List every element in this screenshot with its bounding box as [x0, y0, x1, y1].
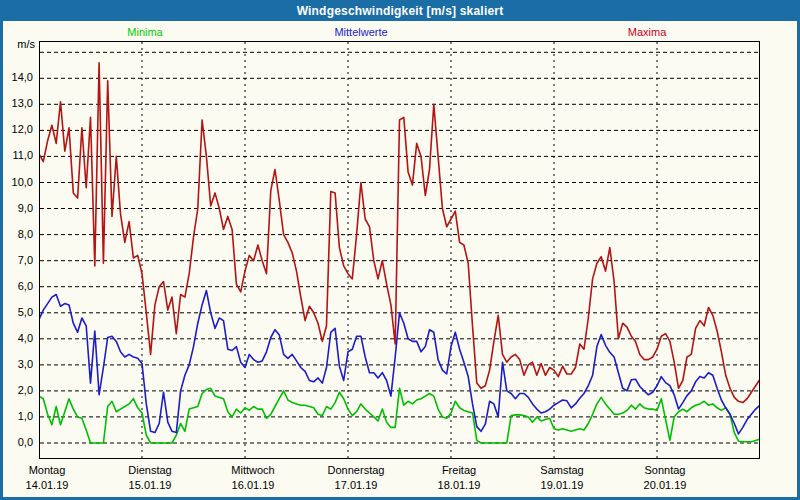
mittelwerte-line: [39, 291, 760, 434]
x-axis-day-label: Freitag: [442, 464, 476, 476]
x-axis-day-label: Sonntag: [645, 464, 686, 476]
y-axis-tick-label: 12,0: [2, 123, 33, 136]
x-axis-date-label: 20.01.19: [644, 479, 687, 491]
maxima-line: [39, 63, 760, 403]
legend-mittelwerte-label: Mittelwerte: [334, 26, 387, 38]
x-axis-date-label: 15.01.19: [129, 479, 172, 491]
y-axis-tick-label: 2,0: [2, 384, 33, 397]
plot-area: [39, 41, 760, 459]
legend-maxima-label: Maxima: [628, 26, 667, 38]
titlebar: Windgeschwindigkeit [m/s] skaliert: [0, 0, 800, 21]
chart-window: Windgeschwindigkeit [m/s] skaliert Minim…: [0, 0, 800, 500]
x-axis-date-label: 16.01.19: [232, 479, 275, 491]
x-axis-date-label: 17.01.19: [335, 479, 378, 491]
y-axis-unit-label: m/s: [2, 38, 35, 50]
y-axis-tick-label: 8,0: [2, 228, 33, 241]
x-axis-date-label: 14.01.19: [26, 479, 69, 491]
y-axis-tick-label: 11,0: [2, 149, 33, 162]
y-axis-tick-label: 10,0: [2, 176, 33, 189]
page-title: Windgeschwindigkeit [m/s] skaliert: [297, 4, 504, 18]
wind-chart-svg: [39, 41, 760, 459]
minima-line: [39, 388, 760, 443]
x-axis-day-label: Mittwoch: [231, 464, 274, 476]
y-axis-tick-label: 5,0: [2, 306, 33, 319]
y-axis-tick-label: 13,0: [2, 97, 33, 110]
x-axis-date-label: 19.01.19: [541, 479, 584, 491]
x-axis-day-label: Dienstag: [128, 464, 171, 476]
y-axis-tick-label: 6,0: [2, 280, 33, 293]
x-axis-day-label: Samstag: [540, 464, 583, 476]
y-axis-tick-label: 7,0: [2, 254, 33, 267]
x-axis-date-label: 18.01.19: [438, 479, 481, 491]
y-axis-tick-label: 1,0: [2, 410, 33, 423]
y-axis-tick-label: 3,0: [2, 358, 33, 371]
y-axis-tick-label: 0,0: [2, 436, 33, 449]
x-axis-day-label: Donnerstag: [328, 464, 385, 476]
y-axis-tick-label: 4,0: [2, 332, 33, 345]
x-axis-day-label: Montag: [29, 464, 66, 476]
y-axis-tick-label: 9,0: [2, 202, 33, 215]
y-axis-tick-label: 14,0: [2, 71, 33, 84]
legend-minima-label: Minima: [127, 26, 162, 38]
